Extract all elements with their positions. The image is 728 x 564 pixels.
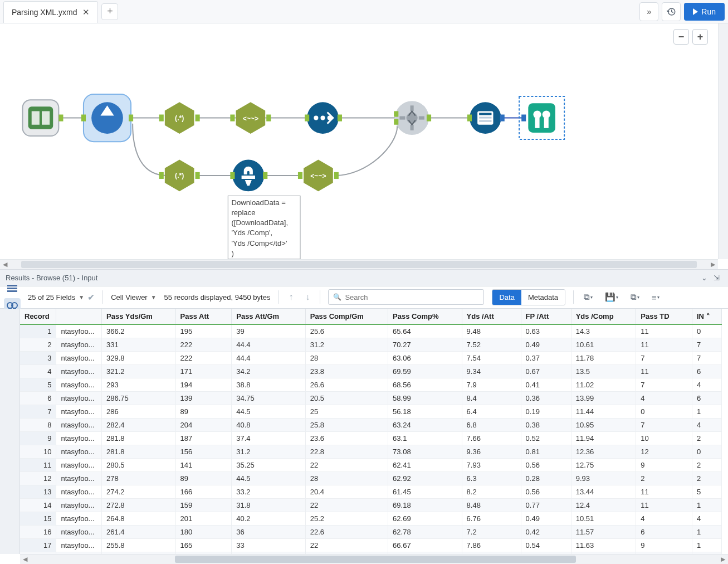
- data-cell[interactable]: 0.81: [521, 445, 571, 458]
- data-cell[interactable]: 6: [636, 525, 692, 538]
- data-cell[interactable]: 33: [232, 538, 305, 552]
- data-cell[interactable]: 0.19: [521, 405, 571, 418]
- canvas-hscrollbar[interactable]: ◀ ▶: [0, 259, 718, 269]
- data-cell[interactable]: 36: [232, 525, 305, 538]
- data-cell[interactable]: 7.52: [462, 338, 521, 351]
- data-cell[interactable]: 25: [305, 405, 388, 418]
- data-cell[interactable]: 8.48: [462, 498, 521, 512]
- data-cell[interactable]: 62.92: [388, 471, 462, 485]
- data-cell[interactable]: 156: [175, 445, 232, 458]
- data-cell[interactable]: 4: [692, 378, 721, 391]
- data-cell[interactable]: 255.8: [102, 538, 175, 552]
- data-cell[interactable]: 11.57: [571, 525, 636, 538]
- join-tool-node[interactable]: [394, 101, 431, 135]
- data-cell[interactable]: 329.8: [102, 351, 175, 364]
- data-cell[interactable]: 10: [636, 431, 692, 445]
- table-row[interactable]: 3ntasyfoo...329.822244.42863.067.540.371…: [20, 351, 722, 364]
- data-cell[interactable]: 11: [636, 324, 692, 338]
- data-cell[interactable]: 204: [175, 418, 232, 431]
- data-cell[interactable]: 0.54: [521, 538, 571, 552]
- data-cell[interactable]: 162: [175, 552, 232, 554]
- data-cell[interactable]: 22.8: [305, 445, 388, 458]
- data-cell[interactable]: 63.1: [388, 431, 462, 445]
- data-cell[interactable]: 7: [636, 378, 692, 391]
- column-header[interactable]: Pass TD: [636, 309, 692, 324]
- data-cell[interactable]: 22: [305, 538, 388, 552]
- data-cell[interactable]: 23.8: [305, 364, 388, 378]
- data-cell[interactable]: ntasyfoo...: [56, 378, 102, 391]
- data-cell[interactable]: 63.06: [388, 351, 462, 364]
- data-cell[interactable]: 8.2: [462, 485, 521, 498]
- data-cell[interactable]: 68.56: [388, 378, 462, 391]
- close-tab-icon[interactable]: ✕: [82, 7, 90, 17]
- data-cell[interactable]: 5: [692, 552, 721, 554]
- data-cell[interactable]: ntasyfoo...: [56, 405, 102, 418]
- data-cell[interactable]: 7.54: [462, 351, 521, 364]
- data-cell[interactable]: 34.2: [232, 364, 305, 378]
- record-number-cell[interactable]: 2: [20, 338, 56, 351]
- data-cell[interactable]: 141: [175, 458, 232, 471]
- data-cell[interactable]: 14.3: [571, 324, 636, 338]
- data-cell[interactable]: 12: [636, 445, 692, 458]
- data-cell[interactable]: 11.02: [571, 378, 636, 391]
- data-cell[interactable]: 89: [175, 471, 232, 485]
- new-tab-button[interactable]: +: [101, 3, 118, 20]
- data-cell[interactable]: 1: [692, 405, 721, 418]
- data-cell[interactable]: 70.27: [388, 338, 462, 351]
- data-cell[interactable]: 33.2: [232, 485, 305, 498]
- table-row[interactable]: 18ntasyfoo...254.216232.421.265.438.580.…: [20, 552, 722, 554]
- column-header[interactable]: Record: [20, 309, 56, 324]
- data-cell[interactable]: 62.41: [388, 458, 462, 471]
- data-cell[interactable]: 1: [692, 525, 721, 538]
- workflow-tab[interactable]: Parsing XML.yxmd ✕: [3, 1, 98, 23]
- data-cell[interactable]: 13.44: [571, 485, 636, 498]
- data-cell[interactable]: 31.2: [232, 445, 305, 458]
- table-row[interactable]: 16ntasyfoo...261.41803622.662.787.20.421…: [20, 525, 722, 538]
- output-tool-node[interactable]: [467, 102, 505, 134]
- data-cell[interactable]: 1: [692, 538, 721, 552]
- table-row[interactable]: 12ntasyfoo...2788944.52862.926.30.289.93…: [20, 471, 722, 485]
- data-cell[interactable]: 4: [692, 512, 721, 525]
- data-cell[interactable]: 34.75: [232, 391, 305, 405]
- data-cell[interactable]: 69.59: [388, 364, 462, 378]
- data-cell[interactable]: 6.3: [462, 471, 521, 485]
- scroll-left-icon[interactable]: ◀: [20, 556, 30, 563]
- scroll-right-icon[interactable]: ▶: [708, 261, 718, 268]
- table-row[interactable]: 17ntasyfoo...255.8165332266.677.860.5411…: [20, 538, 722, 552]
- table-row[interactable]: 11ntasyfoo...280.514135.252262.417.930.5…: [20, 458, 722, 471]
- zoom-in-button[interactable]: +: [692, 29, 708, 45]
- data-cell[interactable]: ntasyfoo...: [56, 512, 102, 525]
- record-number-cell[interactable]: 11: [20, 458, 56, 471]
- data-cell[interactable]: 44.4: [232, 338, 305, 351]
- table-row[interactable]: 1ntasyfoo...366.21953925.665.649.480.631…: [20, 324, 722, 338]
- data-cell[interactable]: 282.4: [102, 418, 175, 431]
- column-header[interactable]: IN ˄: [692, 309, 721, 324]
- data-cell[interactable]: 44.5: [232, 405, 305, 418]
- data-cell[interactable]: 0.75: [521, 552, 571, 554]
- metadata-tab[interactable]: Metadata: [521, 290, 565, 305]
- data-cell[interactable]: 9.48: [462, 324, 521, 338]
- cell-viewer-dropdown[interactable]: Cell Viewer ▼: [111, 293, 156, 302]
- data-cell[interactable]: ntasyfoo...: [56, 485, 102, 498]
- data-cell[interactable]: 9: [636, 458, 692, 471]
- data-cell[interactable]: 11: [636, 552, 692, 554]
- data-cell[interactable]: 31.2: [305, 338, 388, 351]
- next-record-icon[interactable]: ↓: [303, 292, 312, 302]
- table-row[interactable]: 5ntasyfoo...29319438.826.668.567.90.4111…: [20, 378, 722, 391]
- data-cell[interactable]: 194: [175, 378, 232, 391]
- data-cell[interactable]: 8.4: [462, 391, 521, 405]
- data-cell[interactable]: 171: [175, 364, 232, 378]
- record-number-cell[interactable]: 13: [20, 485, 56, 498]
- data-cell[interactable]: 0: [692, 324, 721, 338]
- data-cell[interactable]: 10.95: [571, 418, 636, 431]
- data-cell[interactable]: 7.93: [462, 458, 521, 471]
- input-tool-node[interactable]: [23, 100, 63, 136]
- data-cell[interactable]: 7.9: [462, 378, 521, 391]
- data-cell[interactable]: 40.8: [232, 418, 305, 431]
- popout-button[interactable]: ⧉▾: [628, 292, 642, 302]
- data-cell[interactable]: 261.4: [102, 525, 175, 538]
- scroll-left-icon[interactable]: ◀: [0, 261, 10, 268]
- table-row[interactable]: 10ntasyfoo...281.815631.222.873.089.360.…: [20, 445, 722, 458]
- data-cell[interactable]: 7.66: [462, 431, 521, 445]
- results-grid-scroll[interactable]: RecordPass Yds/GmPass AttPass Att/GmPass…: [20, 309, 728, 555]
